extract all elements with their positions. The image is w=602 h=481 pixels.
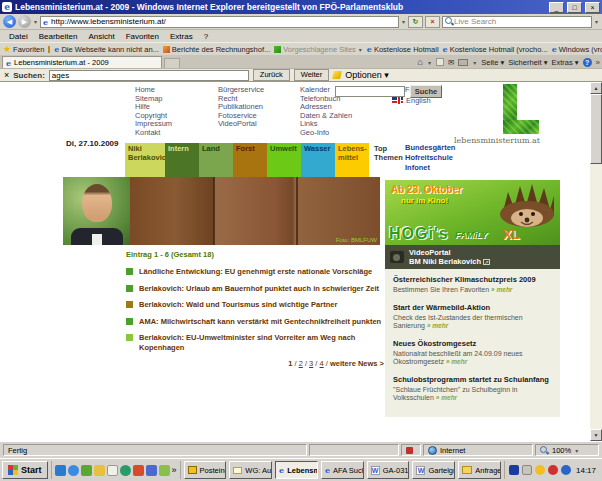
find-next-button[interactable]: Weiter [294, 69, 330, 81]
sidebar-item-title[interactable]: Start der Wärmebild-Aktion [393, 303, 552, 312]
minimize-button[interactable]: _ [549, 2, 564, 13]
link-infonet[interactable]: Infonet [405, 163, 455, 173]
quicklaunch-icon[interactable] [55, 465, 66, 476]
mehr-link[interactable]: » mehr [427, 322, 448, 329]
taskbar-clock[interactable]: 14:17 [574, 466, 596, 475]
hogi-family-banner[interactable]: Ab 23. Oktober nur im Kino! HOGi's FAMiL… [385, 180, 560, 245]
home-icon[interactable]: ⌂ [417, 57, 422, 67]
tray-icon[interactable] [535, 465, 545, 475]
tab-niki-berlakovich[interactable]: Niki Berlakovich [125, 143, 165, 171]
find-options-button[interactable]: Optionen ▾ [345, 70, 389, 80]
videoportal-subtitle[interactable]: BM Niki Berlakovich [409, 257, 481, 266]
page-link-4[interactable]: 4 [320, 359, 324, 368]
highlight-icon[interactable] [332, 71, 342, 79]
page-menu[interactable]: Seite ▾ [481, 58, 504, 67]
tab-umwelt[interactable]: Umwelt [267, 143, 301, 171]
news-item[interactable]: Berlakovich: Wald und Tourismus sind wic… [126, 300, 384, 310]
videoportal-bar[interactable]: VideoPortal BM Niki Berlakovich↗ [385, 245, 560, 269]
quicklaunch-icon[interactable] [81, 465, 92, 476]
taskbar-button-anfragen[interactable]: Anfragen [458, 461, 501, 479]
sidebar-item-title[interactable]: Österreichischer Klimaschutzpreis 2009 [393, 275, 552, 284]
menu-ansicht[interactable]: Ansicht [83, 32, 119, 41]
favorite-link-1[interactable]: eDie Webseite kann nicht an... [54, 44, 159, 54]
refresh-button[interactable]: ↻ [408, 16, 423, 28]
scrollbar-thumb[interactable] [590, 94, 602, 164]
extras-menu[interactable]: Extras ▾ [551, 58, 578, 67]
folder-icon[interactable] [48, 46, 50, 53]
link-hofreitschule[interactable]: Hofreitschule [405, 153, 455, 163]
zoom-pane[interactable]: 100% ▾ [535, 444, 599, 456]
taskbar-button-ga-doc[interactable]: WGA-031120... [367, 461, 410, 479]
live-search-box[interactable]: Live Search [442, 16, 592, 28]
lebensministerium-logo[interactable] [503, 84, 539, 134]
forward-button[interactable]: ▶ [18, 15, 31, 28]
favorites-button[interactable]: ★Favoriten [3, 44, 44, 54]
taskbar-button-afa-sucher[interactable]: eAFA Sucher... [321, 461, 364, 479]
history-dropdown-icon[interactable]: ▾ [33, 18, 38, 25]
mehr-link[interactable]: » mehr [436, 394, 457, 401]
tray-icon[interactable] [509, 465, 519, 475]
mehr-link[interactable]: » mehr [446, 358, 467, 365]
quicklaunch-icon[interactable] [133, 465, 144, 476]
news-item[interactable]: Berlakovich: Urlaub am Bauernhof punktet… [126, 284, 384, 294]
close-find-icon[interactable]: × [4, 70, 9, 80]
tab-intern[interactable]: Intern [165, 143, 199, 171]
site-search-input[interactable] [335, 86, 405, 97]
vertical-scrollbar[interactable]: ▲ ▼ [590, 82, 602, 441]
quicklaunch-overflow-chevron[interactable]: » [172, 465, 177, 475]
help-icon[interactable]: ? [583, 58, 592, 67]
favorite-link-2[interactable]: Berichte des Rechnungshof... [163, 45, 270, 54]
sidebar-item-title[interactable]: Neues Ökostromgesetz [393, 339, 552, 348]
scroll-down-icon[interactable]: ▼ [590, 429, 602, 441]
menu-datei[interactable]: Datei [4, 32, 33, 41]
quicklaunch-icon[interactable] [94, 465, 105, 476]
search-dropdown-icon[interactable]: ▾ [594, 18, 599, 25]
address-field[interactable]: e http://www.lebensministerium.at/ [40, 16, 399, 28]
nav-geo-info[interactable]: Geo-Info [300, 129, 352, 138]
favorite-link-5[interactable]: eKostenlose Hotmail (vrocho... [443, 44, 548, 54]
mail-icon[interactable]: ✉ [448, 58, 454, 67]
print-icon[interactable] [458, 59, 468, 66]
home-dropdown-icon[interactable]: ▾ [427, 59, 432, 66]
find-back-button[interactable]: Zurück [253, 69, 290, 81]
quicklaunch-icon[interactable] [146, 465, 157, 476]
new-tab-stub[interactable] [164, 58, 180, 68]
news-item[interactable]: Berlakovich: EU-Umweltminister sind Vorr… [126, 333, 384, 352]
address-dropdown-icon[interactable]: ▾ [401, 18, 406, 25]
taskbar-button-gartelgrub[interactable]: WGartelgrub... [412, 461, 455, 479]
menu-favoriten[interactable]: Favoriten [121, 32, 164, 41]
menu-bearbeiten[interactable]: Bearbeiten [34, 32, 83, 41]
mehr-link[interactable]: » mehr [491, 286, 512, 293]
site-search-button[interactable]: Suche [410, 85, 442, 98]
favorite-link-3[interactable]: Vorgeschlagene Sites▾ [274, 45, 363, 54]
commandbar-overflow-chevron[interactable]: » [596, 58, 600, 67]
scroll-up-icon[interactable]: ▲ [590, 82, 602, 94]
back-button[interactable]: ◀ [3, 15, 16, 28]
favorite-link-4[interactable]: eKostenlose Hotmail [367, 44, 439, 54]
tab-lebensmittel[interactable]: Lebens- mittel [335, 143, 369, 171]
maximize-button[interactable]: □ [567, 2, 582, 13]
find-input[interactable] [49, 70, 249, 81]
quicklaunch-icon[interactable] [159, 465, 170, 476]
quicklaunch-icon[interactable] [120, 465, 131, 476]
close-button[interactable]: × [585, 2, 600, 13]
page-link-2[interactable]: 2 [299, 359, 303, 368]
mail-icon[interactable] [107, 465, 118, 476]
taskbar-button-wg-aufsu[interactable]: WG: Aufsu... [229, 461, 272, 479]
address-url[interactable]: http://www.lebensministerium.at/ [51, 17, 166, 26]
page-link-3[interactable]: 3 [309, 359, 313, 368]
nav-kontakt[interactable]: Kontakt [135, 129, 172, 138]
tab-wasser[interactable]: Wasser [301, 143, 335, 171]
taskbar-button-lebensministerium[interactable]: eLebensmi... [275, 461, 318, 479]
safety-menu[interactable]: Sicherheit ▾ [508, 58, 547, 67]
news-item[interactable]: Ländliche Entwicklung: EU genehmigt erst… [126, 267, 384, 277]
print-dropdown-icon[interactable]: ▾ [472, 59, 477, 66]
nav-videoportal[interactable]: VideoPortal [218, 120, 264, 129]
tab-top-themen[interactable]: Top Themen [369, 143, 407, 171]
zoom-dropdown-icon[interactable]: ▾ [574, 447, 579, 454]
tray-icon[interactable] [522, 465, 532, 475]
feeds-icon[interactable] [436, 58, 444, 66]
news-item[interactable]: AMA: Milchwirtschaft kann verstärkt mit … [126, 317, 384, 327]
start-button[interactable]: Start [2, 461, 48, 479]
tray-icon[interactable] [548, 465, 558, 475]
